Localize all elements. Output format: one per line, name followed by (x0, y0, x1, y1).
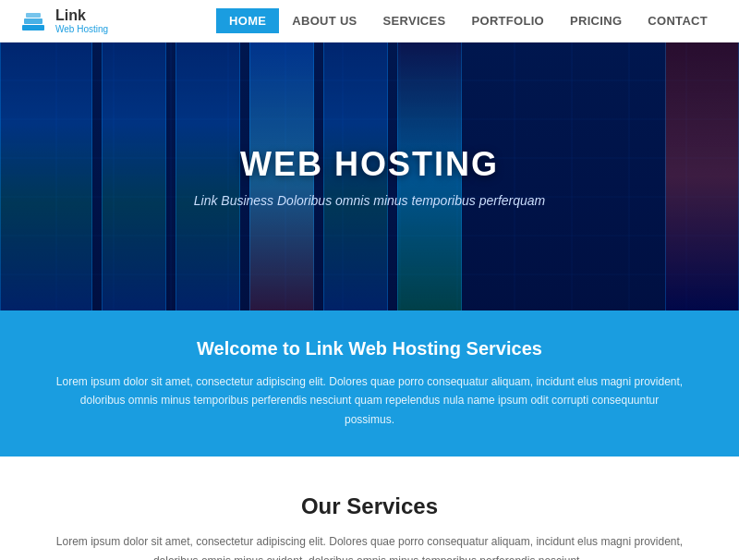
svg-rect-2 (26, 13, 41, 18)
nav-pricing[interactable]: PRICING (557, 8, 635, 33)
services-description: Lorem ipsum dolor sit amet, consectetur … (55, 532, 684, 560)
hero-content: WEB HOSTING Link Business Doloribus omni… (194, 145, 546, 208)
hero-title: WEB HOSTING (194, 145, 546, 184)
server-rack-2 (102, 43, 166, 310)
hero-subtitle: Link Business Doloribus omnis minus temp… (194, 193, 546, 208)
services-section: Our Services Lorem ipsum dolor sit amet,… (0, 457, 739, 560)
nav-contact[interactable]: CONTACT (635, 8, 721, 33)
svg-rect-0 (22, 25, 44, 30)
nav-home[interactable]: HOME (216, 8, 279, 33)
logo-area: Link Web Hosting (18, 6, 108, 36)
nav-services[interactable]: SERVICES (370, 8, 459, 33)
services-heading: Our Services (55, 493, 684, 519)
header: Link Web Hosting HOME ABOUT US SERVICES … (0, 0, 739, 43)
welcome-section: Welcome to Link Web Hosting Services Lor… (0, 310, 739, 457)
server-rack-1 (0, 43, 92, 310)
svg-rect-1 (24, 18, 42, 24)
logo-sub-text: Web Hosting (55, 24, 108, 34)
logo-icon (18, 6, 48, 36)
welcome-body: Lorem ipsum dolor sit amet, consectetur … (55, 372, 684, 429)
server-rack-7 (665, 43, 739, 310)
hero-section: WEB HOSTING Link Business Doloribus omni… (0, 43, 739, 310)
logo-text: Link Web Hosting (55, 7, 108, 34)
main-nav: HOME ABOUT US SERVICES PORTFOLIO PRICING… (216, 8, 721, 33)
logo-link-text: Link (55, 7, 108, 24)
nav-about[interactable]: ABOUT US (279, 8, 370, 33)
welcome-heading: Welcome to Link Web Hosting Services (55, 338, 684, 359)
nav-portfolio[interactable]: PORTFOLIO (459, 8, 558, 33)
